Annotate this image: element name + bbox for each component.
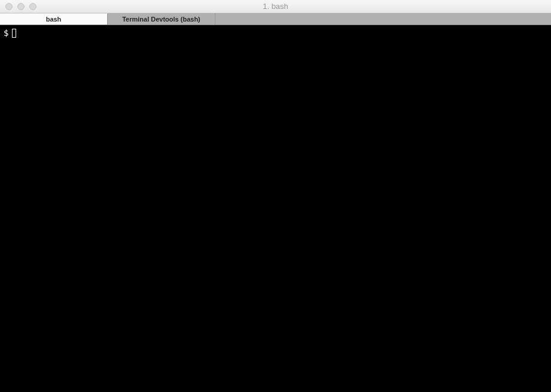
window-title: 1. bash	[0, 2, 551, 11]
close-icon[interactable]	[5, 3, 13, 10]
tab-terminal-devtools[interactable]: Terminal Devtools (bash)	[108, 13, 215, 25]
tab-bar: bash Terminal Devtools (bash)	[0, 13, 551, 25]
tab-bash[interactable]: bash	[0, 13, 108, 25]
minimize-icon[interactable]	[17, 3, 25, 10]
traffic-lights	[0, 3, 36, 10]
tab-label: Terminal Devtools (bash)	[122, 16, 200, 23]
shell-prompt: $	[4, 28, 8, 38]
prompt-line: $	[4, 28, 547, 38]
maximize-icon[interactable]	[29, 3, 36, 10]
window-titlebar: 1. bash	[0, 0, 551, 13]
terminal-viewport[interactable]: $	[0, 25, 551, 392]
tab-bar-empty	[215, 13, 551, 25]
tab-label: bash	[46, 16, 62, 23]
cursor-icon	[12, 29, 16, 38]
